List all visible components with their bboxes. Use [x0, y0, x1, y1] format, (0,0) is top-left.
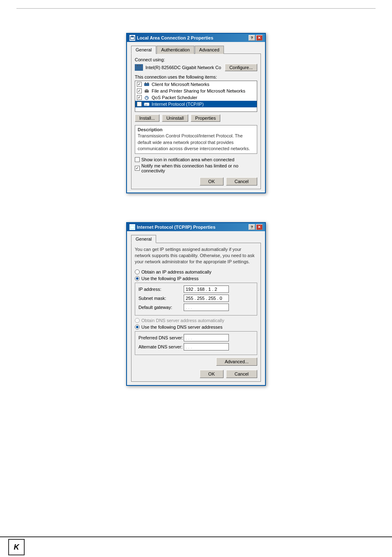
- dialog1-controls[interactable]: ? ✕: [249, 35, 263, 41]
- dialog1-close-btn[interactable]: ✕: [256, 35, 263, 41]
- preferred-dns-value: . . .: [186, 335, 192, 340]
- svg-rect-4: [140, 65, 141, 66]
- preferred-dns-input[interactable]: . . .: [184, 334, 229, 341]
- svg-text:IP: IP: [145, 104, 148, 106]
- section1-text: [16, 17, 376, 25]
- dialog1-body: General Authentication Advanced Connect …: [127, 42, 265, 193]
- dialog2-tab-content: You can get IP settings assigned automat…: [131, 243, 261, 382]
- auto-dns-radio[interactable]: [135, 318, 140, 323]
- gateway-input[interactable]: . . .: [184, 304, 229, 311]
- dialog2-close-btn[interactable]: ✕: [256, 224, 263, 230]
- tab-authentication[interactable]: Authentication: [157, 46, 194, 54]
- checkbox-client[interactable]: [137, 82, 142, 87]
- dialog2-cancel-btn[interactable]: Cancel: [226, 370, 257, 378]
- manual-dns-label: Use the following DNS server addresses: [141, 325, 222, 330]
- qos-icon: [143, 95, 150, 100]
- dialog1-cancel-btn[interactable]: Cancel: [226, 177, 257, 186]
- kramer-logo: K: [8, 539, 25, 555]
- subnet-mask-label: Subnet mask:: [138, 296, 184, 301]
- ip-address-value: 192 . 168 . 1 . 2: [186, 287, 217, 292]
- dialog2-title-left: IP Internet Protocol (TCP/IP) Properties: [129, 224, 215, 230]
- adapter-icon: [135, 64, 143, 71]
- tab2-general[interactable]: General: [131, 235, 156, 243]
- svg-rect-9: [145, 89, 148, 91]
- dialog1-tabs: General Authentication Advanced: [131, 45, 261, 53]
- dialog2-buttons: OK Cancel: [135, 370, 257, 378]
- description-text: Transmission Control Protocol/Internet P…: [138, 133, 254, 152]
- auto-dns-label: Obtain DNS server address automatically: [141, 318, 224, 323]
- list-item-client[interactable]: Client for Microsoft Networks: [135, 81, 257, 88]
- alternate-dns-row: Alternate DNS server: . . .: [138, 343, 254, 350]
- fileprinter-icon: [143, 88, 150, 93]
- dialog2-title-text: Internet Protocol (TCP/IP) Properties: [137, 225, 215, 230]
- qos-label: QoS Packet Scheduler: [152, 95, 197, 100]
- dialog1-help-btn[interactable]: ?: [249, 35, 255, 41]
- alternate-dns-input[interactable]: . . .: [184, 343, 229, 350]
- manual-ip-radio[interactable]: [135, 276, 140, 281]
- dialog2-controls[interactable]: ? ✕: [249, 224, 263, 230]
- dialog2-body: General You can get IP settings assigned…: [127, 231, 265, 385]
- auto-dns-row[interactable]: Obtain DNS server address automatically: [135, 318, 257, 323]
- dialog2-title-icon: IP: [129, 224, 135, 230]
- svg-rect-5: [144, 83, 149, 86]
- auto-ip-label: Obtain an IP address automatically: [141, 269, 211, 274]
- checkbox-tcpip[interactable]: [137, 102, 142, 107]
- ip-address-input[interactable]: 192 . 168 . 1 . 2: [184, 285, 229, 293]
- fileprinter-label: File and Printer Sharing for Microsoft N…: [152, 88, 245, 93]
- manual-ip-row[interactable]: Use the following IP address: [135, 276, 257, 281]
- advanced-button[interactable]: Advanced...: [216, 357, 257, 366]
- alternate-dns-label: Alternate DNS server:: [138, 344, 184, 349]
- dialog1-title-text: Local Area Connection 2 Properties: [137, 35, 213, 40]
- list-item-tcpip[interactable]: IP Internet Protocol (TCP/IP): [135, 101, 257, 107]
- uninstall-button[interactable]: Uninstall: [162, 114, 188, 122]
- list-item-qos[interactable]: QoS Packet Scheduler: [135, 94, 257, 101]
- checkbox-qos[interactable]: [137, 95, 142, 100]
- svg-rect-3: [137, 65, 138, 66]
- alternate-dns-value: . . .: [186, 344, 192, 349]
- ip-fields-group: IP address: 192 . 168 . 1 . 2 Subnet mas…: [135, 283, 257, 316]
- dialog1-title-left: Local Area Connection 2 Properties: [129, 35, 213, 41]
- ip-address-row: IP address: 192 . 168 . 1 . 2: [138, 285, 254, 293]
- show-icon-label: Show icon in notification area when conn…: [141, 157, 234, 162]
- svg-text:IP: IP: [131, 226, 133, 229]
- svg-rect-7: [148, 82, 148, 84]
- preferred-dns-row: Preferred DNS server: . . .: [138, 334, 254, 341]
- adapter-name: Intel(R) 82566DC Gigabit Network Co: [145, 65, 222, 70]
- dialog2-help-btn[interactable]: ?: [249, 224, 255, 230]
- adapter-row: Intel(R) 82566DC Gigabit Network Co Conf…: [135, 64, 257, 71]
- gateway-row: Default gateway: . . .: [138, 304, 254, 311]
- connect-using-label: Connect using:: [135, 57, 257, 62]
- top-separator: [16, 8, 376, 9]
- client-icon: [143, 82, 150, 87]
- subnet-mask-row: Subnet mask: 255 . 255 . 255 . 0: [138, 295, 254, 302]
- checkbox-fileprinter[interactable]: [137, 88, 142, 93]
- configure-button[interactable]: Configure...: [225, 64, 257, 71]
- gateway-label: Default gateway:: [138, 305, 184, 310]
- dialog1-buttons: OK Cancel: [135, 177, 257, 186]
- dns-fields-group: Preferred DNS server: . . . Alternate DN…: [135, 331, 257, 355]
- preferred-dns-label: Preferred DNS server:: [138, 335, 184, 340]
- dialog1-ok-btn[interactable]: OK: [200, 177, 224, 186]
- auto-ip-row[interactable]: Obtain an IP address automatically: [135, 269, 257, 274]
- show-icon-checkbox[interactable]: [135, 157, 140, 162]
- notify-checkbox[interactable]: [135, 166, 140, 171]
- manual-dns-radio[interactable]: [135, 325, 140, 330]
- auto-ip-radio[interactable]: [135, 269, 140, 274]
- tcpip-properties-dialog: IP Internet Protocol (TCP/IP) Properties…: [126, 222, 266, 386]
- subnet-mask-input[interactable]: 255 . 255 . 255 . 0: [184, 295, 229, 302]
- svg-rect-6: [145, 82, 146, 84]
- manual-dns-row[interactable]: Use the following DNS server addresses: [135, 325, 257, 330]
- section2-text: [16, 206, 376, 214]
- dialog2-ok-btn[interactable]: OK: [200, 370, 224, 378]
- list-item-fileprinter[interactable]: File and Printer Sharing for Microsoft N…: [135, 88, 257, 94]
- tab-general[interactable]: General: [131, 46, 156, 54]
- notify-row: Notify me when this connection has limit…: [135, 163, 257, 173]
- properties-button[interactable]: Properties: [191, 114, 220, 122]
- dialog2-titlebar: IP Internet Protocol (TCP/IP) Properties…: [127, 223, 265, 231]
- tab-advanced[interactable]: Advanced: [195, 46, 224, 54]
- items-list: Client for Microsoft Networks File and P…: [135, 81, 257, 112]
- show-icon-row: Show icon in notification area when conn…: [135, 157, 257, 162]
- dialog2-info-text: You can get IP settings assigned automat…: [135, 246, 257, 265]
- dialog1-container: Local Area Connection 2 Properties ? ✕ G…: [16, 33, 376, 193]
- install-button[interactable]: Install...: [135, 114, 159, 122]
